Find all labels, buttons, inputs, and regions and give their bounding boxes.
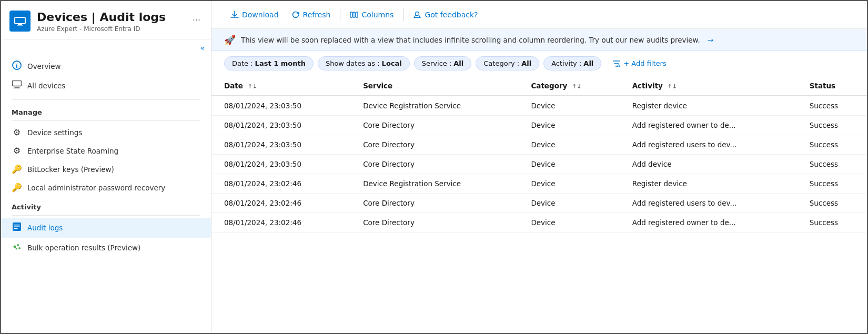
sidebar-item-label: Audit logs: [27, 224, 63, 232]
activity-filter[interactable]: Activity : All: [543, 56, 601, 70]
collapse-icon[interactable]: «: [200, 44, 205, 52]
add-filters-label: + Add filters: [623, 59, 666, 67]
sidebar-item-label: Overview: [27, 62, 61, 70]
cell-status: Success: [797, 155, 867, 174]
filters-row: Date : Last 1 month Show dates as : Loca…: [211, 51, 867, 76]
separator-1: [340, 8, 340, 21]
show-dates-filter[interactable]: Show dates as : Local: [318, 56, 410, 70]
cell-status: Success: [797, 116, 867, 135]
cell-activity: Add registered users to dev...: [620, 135, 797, 155]
svg-rect-17: [353, 12, 355, 17]
key-icon-2: 🔑: [12, 183, 22, 193]
sidebar-item-enterprise-state-roaming[interactable]: ⚙️ Enterprise State Roaming: [1, 141, 211, 160]
table-row[interactable]: 08/01/2024, 23:02:46Device Registration …: [211, 174, 867, 194]
columns-button[interactable]: Columns: [344, 7, 400, 22]
manage-section-title: Manage: [1, 102, 211, 118]
svg-rect-10: [14, 227, 20, 228]
cell-service: Core Directory: [350, 116, 518, 135]
sidebar-item-label: Device settings: [27, 128, 82, 137]
filter-prefix: Activity :: [551, 59, 581, 67]
activity-section-title: Activity: [1, 197, 211, 213]
cell-activity: Register device: [620, 96, 797, 116]
svg-text:i: i: [16, 63, 18, 69]
sidebar-item-label: All devices: [27, 82, 65, 90]
sidebar-item-overview[interactable]: i Overview: [1, 56, 211, 76]
separator-2: [403, 8, 403, 21]
refresh-button[interactable]: Refresh: [285, 7, 337, 22]
service-filter[interactable]: Service : All: [414, 56, 472, 70]
cell-service: Core Directory: [350, 155, 518, 174]
cell-category: Device: [518, 155, 619, 174]
banner-link[interactable]: →: [708, 36, 713, 44]
filter-value: All: [453, 59, 463, 67]
svg-rect-6: [15, 87, 19, 88]
sidebar-item-label: Enterprise State Roaming: [27, 147, 118, 155]
table-row[interactable]: 08/01/2024, 23:03:50Core DirectoryDevice…: [211, 135, 867, 155]
refresh-icon: [291, 11, 300, 19]
cell-status: Success: [797, 194, 867, 213]
svg-rect-16: [350, 12, 352, 17]
filter-prefix: Show dates as :: [326, 59, 380, 67]
sidebar-item-label: BitLocker keys (Preview): [27, 165, 114, 174]
cell-date: 08/01/2024, 23:02:46: [211, 213, 350, 232]
divider: [12, 99, 200, 100]
svg-rect-5: [13, 81, 22, 86]
cell-category: Device: [518, 194, 619, 213]
sidebar-item-bitlocker-keys[interactable]: 🔑 BitLocker keys (Preview): [1, 160, 211, 178]
cell-service: Core Directory: [350, 213, 518, 232]
col-header-date[interactable]: Date ↑↓: [211, 76, 350, 96]
filter-prefix: Date :: [232, 59, 253, 67]
sidebar-item-device-settings[interactable]: ⚙️ Device settings: [1, 123, 211, 141]
svg-point-13: [17, 244, 19, 246]
feedback-label: Got feedback?: [425, 11, 478, 19]
sidebar-item-all-devices[interactable]: All devices: [1, 76, 211, 95]
rocket-icon: 🚀: [224, 34, 236, 45]
table-row[interactable]: 08/01/2024, 23:03:50Core DirectoryDevice…: [211, 155, 867, 174]
filter-prefix: Category :: [483, 59, 519, 67]
sidebar-item-bulk-operation[interactable]: Bulk operation results (Preview): [1, 238, 211, 258]
cell-category: Device: [518, 116, 619, 135]
table-row[interactable]: 08/01/2024, 23:02:46Core DirectoryDevice…: [211, 213, 867, 232]
add-filters-button[interactable]: + Add filters: [605, 57, 673, 70]
download-icon: [230, 11, 239, 19]
col-header-service: Service: [350, 76, 518, 96]
table-row[interactable]: 08/01/2024, 23:03:50Device Registration …: [211, 96, 867, 116]
bulk-operation-icon: [12, 242, 22, 254]
svg-rect-2: [17, 25, 23, 26]
sidebar-item-audit-logs[interactable]: Audit logs: [1, 218, 211, 238]
sort-icon-category[interactable]: ↑↓: [572, 83, 581, 90]
sort-icon-activity[interactable]: ↑↓: [668, 83, 677, 90]
cell-service: Device Registration Service: [350, 96, 518, 116]
ellipsis-menu[interactable]: ...: [190, 11, 203, 25]
feedback-button[interactable]: Got feedback?: [407, 7, 484, 22]
col-header-category[interactable]: Category ↑↓: [518, 76, 619, 96]
cell-date: 08/01/2024, 23:03:50: [211, 116, 350, 135]
info-banner: 🚀 This view will be soon replaced with a…: [211, 29, 867, 51]
table-row[interactable]: 08/01/2024, 23:03:50Core DirectoryDevice…: [211, 116, 867, 135]
sidebar-item-label: Local administrator password recovery: [27, 184, 165, 192]
cell-category: Device: [518, 96, 619, 116]
sort-icon-date[interactable]: ↑↓: [248, 83, 257, 90]
col-header-activity[interactable]: Activity ↑↓: [620, 76, 797, 96]
cell-date: 08/01/2024, 23:03:50: [211, 155, 350, 174]
info-icon: i: [12, 60, 22, 72]
svg-rect-18: [356, 12, 358, 17]
table-row[interactable]: 08/01/2024, 23:02:46Core DirectoryDevice…: [211, 194, 867, 213]
category-filter[interactable]: Category : All: [476, 56, 539, 70]
date-filter[interactable]: Date : Last 1 month: [224, 56, 314, 70]
sidebar-item-local-admin-password[interactable]: 🔑 Local administrator password recovery: [1, 178, 211, 197]
filter-value: All: [583, 59, 593, 67]
cell-service: Core Directory: [350, 135, 518, 155]
all-devices-icon: [12, 80, 22, 91]
sidebar-header-text: Devices | Audit logs Azure Expert - Micr…: [37, 11, 166, 33]
filter-prefix: Service :: [422, 59, 452, 67]
cell-service: Device Registration Service: [350, 174, 518, 194]
cell-category: Device: [518, 213, 619, 232]
cell-service: Core Directory: [350, 194, 518, 213]
download-button[interactable]: Download: [224, 7, 285, 22]
columns-label: Columns: [361, 11, 393, 19]
cell-category: Device: [518, 135, 619, 155]
sidebar-header: Devices | Audit logs Azure Expert - Micr…: [1, 1, 211, 39]
feedback-icon: [413, 11, 421, 19]
collapse-button[interactable]: «: [1, 39, 211, 54]
